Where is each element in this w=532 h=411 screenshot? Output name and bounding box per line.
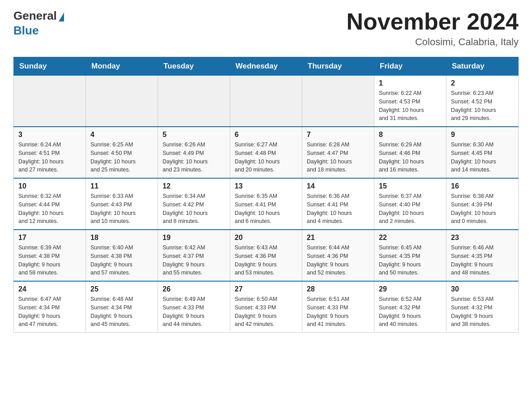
calendar-cell: 26Sunrise: 6:49 AMSunset: 4:33 PMDayligh… xyxy=(158,281,230,333)
week-row-5: 24Sunrise: 6:47 AMSunset: 4:34 PMDayligh… xyxy=(14,281,519,333)
week-row-2: 3Sunrise: 6:24 AMSunset: 4:51 PMDaylight… xyxy=(14,127,519,178)
header-day-wednesday: Wednesday xyxy=(230,57,302,76)
day-number: 19 xyxy=(163,234,225,242)
calendar-cell: 28Sunrise: 6:51 AMSunset: 4:33 PMDayligh… xyxy=(302,281,374,333)
day-number: 26 xyxy=(163,285,225,293)
day-number: 4 xyxy=(90,131,153,139)
header-day-tuesday: Tuesday xyxy=(158,57,230,76)
day-number: 3 xyxy=(18,131,81,139)
day-info: Sunrise: 6:43 AMSunset: 4:36 PMDaylight:… xyxy=(235,244,297,277)
day-number: 1 xyxy=(379,79,442,87)
day-number: 24 xyxy=(18,285,81,293)
calendar-cell: 4Sunrise: 6:25 AMSunset: 4:50 PMDaylight… xyxy=(86,127,158,178)
calendar-cell xyxy=(302,76,374,127)
header-day-friday: Friday xyxy=(374,57,446,76)
day-info: Sunrise: 6:35 AMSunset: 4:41 PMDaylight:… xyxy=(235,192,297,226)
logo-general-text: General xyxy=(13,9,57,23)
day-info: Sunrise: 6:33 AMSunset: 4:43 PMDaylight:… xyxy=(90,192,153,226)
day-info: Sunrise: 6:24 AMSunset: 4:51 PMDaylight:… xyxy=(18,141,81,174)
day-info: Sunrise: 6:25 AMSunset: 4:50 PMDaylight:… xyxy=(90,141,153,174)
calendar-cell xyxy=(230,76,302,127)
calendar-cell xyxy=(14,76,86,127)
logo-triangle-icon xyxy=(59,13,64,21)
calendar-cell: 7Sunrise: 6:28 AMSunset: 4:47 PMDaylight… xyxy=(302,127,374,178)
day-info: Sunrise: 6:26 AMSunset: 4:49 PMDaylight:… xyxy=(163,141,225,174)
day-info: Sunrise: 6:32 AMSunset: 4:44 PMDaylight:… xyxy=(18,192,81,226)
logo: General Blue xyxy=(13,9,64,38)
header-row: SundayMondayTuesdayWednesdayThursdayFrid… xyxy=(14,57,519,76)
day-info: Sunrise: 6:22 AMSunset: 4:53 PMDaylight:… xyxy=(379,89,442,123)
calendar-cell: 12Sunrise: 6:34 AMSunset: 4:42 PMDayligh… xyxy=(158,178,230,230)
calendar-cell: 29Sunrise: 6:52 AMSunset: 4:32 PMDayligh… xyxy=(374,281,446,333)
day-number: 25 xyxy=(90,285,153,293)
day-number: 30 xyxy=(451,285,514,293)
day-number: 13 xyxy=(235,182,297,190)
calendar-cell: 17Sunrise: 6:39 AMSunset: 4:38 PMDayligh… xyxy=(14,230,86,281)
week-row-1: 1Sunrise: 6:22 AMSunset: 4:53 PMDaylight… xyxy=(14,76,519,127)
calendar-cell: 23Sunrise: 6:46 AMSunset: 4:35 PMDayligh… xyxy=(446,230,519,281)
calendar-cell: 13Sunrise: 6:35 AMSunset: 4:41 PMDayligh… xyxy=(230,178,302,230)
calendar-cell xyxy=(158,76,230,127)
day-info: Sunrise: 6:23 AMSunset: 4:52 PMDaylight:… xyxy=(451,89,514,123)
day-info: Sunrise: 6:39 AMSunset: 4:38 PMDaylight:… xyxy=(18,244,81,277)
day-info: Sunrise: 6:46 AMSunset: 4:35 PMDaylight:… xyxy=(451,244,514,277)
header-day-thursday: Thursday xyxy=(302,57,374,76)
calendar-cell: 19Sunrise: 6:42 AMSunset: 4:37 PMDayligh… xyxy=(158,230,230,281)
header-day-sunday: Sunday xyxy=(14,57,86,76)
title-section: November 2024 Colosimi, Calabria, Italy xyxy=(347,9,519,48)
day-number: 23 xyxy=(451,234,514,242)
day-info: Sunrise: 6:53 AMSunset: 4:32 PMDaylight:… xyxy=(451,295,514,329)
day-number: 16 xyxy=(451,182,514,190)
calendar-cell: 24Sunrise: 6:47 AMSunset: 4:34 PMDayligh… xyxy=(14,281,86,333)
calendar-cell: 6Sunrise: 6:27 AMSunset: 4:48 PMDaylight… xyxy=(230,127,302,178)
calendar-cell: 18Sunrise: 6:40 AMSunset: 4:38 PMDayligh… xyxy=(86,230,158,281)
day-info: Sunrise: 6:51 AMSunset: 4:33 PMDaylight:… xyxy=(307,295,369,329)
day-number: 18 xyxy=(90,234,153,242)
day-info: Sunrise: 6:44 AMSunset: 4:36 PMDaylight:… xyxy=(307,244,369,277)
day-number: 27 xyxy=(235,285,297,293)
day-info: Sunrise: 6:49 AMSunset: 4:33 PMDaylight:… xyxy=(163,295,225,329)
header-day-saturday: Saturday xyxy=(446,57,519,76)
calendar-cell: 20Sunrise: 6:43 AMSunset: 4:36 PMDayligh… xyxy=(230,230,302,281)
page-header: General Blue November 2024 Colosimi, Cal… xyxy=(13,9,519,48)
day-info: Sunrise: 6:40 AMSunset: 4:38 PMDaylight:… xyxy=(90,244,153,277)
calendar-cell: 22Sunrise: 6:45 AMSunset: 4:35 PMDayligh… xyxy=(374,230,446,281)
day-info: Sunrise: 6:30 AMSunset: 4:45 PMDaylight:… xyxy=(451,141,514,174)
day-info: Sunrise: 6:28 AMSunset: 4:47 PMDaylight:… xyxy=(307,141,369,174)
calendar-cell: 2Sunrise: 6:23 AMSunset: 4:52 PMDaylight… xyxy=(446,76,519,127)
calendar-cell: 5Sunrise: 6:26 AMSunset: 4:49 PMDaylight… xyxy=(158,127,230,178)
calendar-cell: 15Sunrise: 6:37 AMSunset: 4:40 PMDayligh… xyxy=(374,178,446,230)
day-info: Sunrise: 6:27 AMSunset: 4:48 PMDaylight:… xyxy=(235,141,297,174)
day-number: 2 xyxy=(451,79,514,87)
day-info: Sunrise: 6:48 AMSunset: 4:34 PMDaylight:… xyxy=(90,295,153,329)
day-info: Sunrise: 6:37 AMSunset: 4:40 PMDaylight:… xyxy=(379,192,442,226)
day-number: 6 xyxy=(235,131,297,139)
day-info: Sunrise: 6:29 AMSunset: 4:46 PMDaylight:… xyxy=(379,141,442,174)
week-row-4: 17Sunrise: 6:39 AMSunset: 4:38 PMDayligh… xyxy=(14,230,519,281)
day-number: 22 xyxy=(379,234,442,242)
day-info: Sunrise: 6:52 AMSunset: 4:32 PMDaylight:… xyxy=(379,295,442,329)
day-number: 15 xyxy=(379,182,442,190)
calendar-cell: 8Sunrise: 6:29 AMSunset: 4:46 PMDaylight… xyxy=(374,127,446,178)
day-number: 5 xyxy=(163,131,225,139)
header-day-monday: Monday xyxy=(86,57,158,76)
calendar-cell: 1Sunrise: 6:22 AMSunset: 4:53 PMDaylight… xyxy=(374,76,446,127)
day-number: 29 xyxy=(379,285,442,293)
calendar-cell: 16Sunrise: 6:38 AMSunset: 4:39 PMDayligh… xyxy=(446,178,519,230)
calendar-cell: 9Sunrise: 6:30 AMSunset: 4:45 PMDaylight… xyxy=(446,127,519,178)
location-text: Colosimi, Calabria, Italy xyxy=(347,36,519,48)
day-number: 17 xyxy=(18,234,81,242)
logo-blue-text: Blue xyxy=(13,24,39,38)
calendar-cell: 27Sunrise: 6:50 AMSunset: 4:33 PMDayligh… xyxy=(230,281,302,333)
day-number: 20 xyxy=(235,234,297,242)
calendar-cell: 21Sunrise: 6:44 AMSunset: 4:36 PMDayligh… xyxy=(302,230,374,281)
day-info: Sunrise: 6:36 AMSunset: 4:41 PMDaylight:… xyxy=(307,192,369,226)
day-number: 7 xyxy=(307,131,369,139)
calendar-table: SundayMondayTuesdayWednesdayThursdayFrid… xyxy=(13,57,519,333)
day-info: Sunrise: 6:50 AMSunset: 4:33 PMDaylight:… xyxy=(235,295,297,329)
day-info: Sunrise: 6:38 AMSunset: 4:39 PMDaylight:… xyxy=(451,192,514,226)
calendar-cell: 10Sunrise: 6:32 AMSunset: 4:44 PMDayligh… xyxy=(14,178,86,230)
day-number: 10 xyxy=(18,182,81,190)
day-number: 28 xyxy=(307,285,369,293)
day-number: 8 xyxy=(379,131,442,139)
